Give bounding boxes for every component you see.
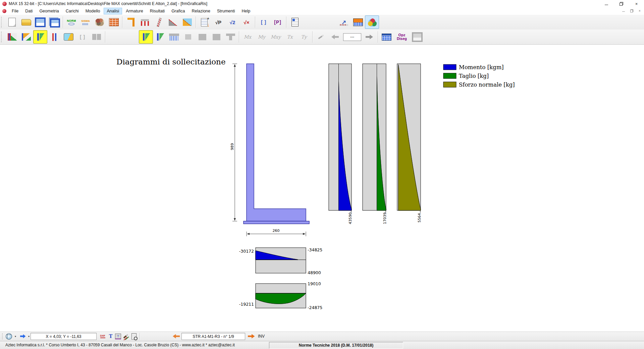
menu-item-file[interactable]: File: [9, 8, 21, 14]
restore-button[interactable]: [614, 0, 629, 7]
toolbar-spacer: [107, 35, 139, 39]
muratura-button[interactable]: [107, 15, 121, 29]
minimize-button[interactable]: [599, 0, 614, 7]
next-combination-button[interactable]: [247, 333, 256, 340]
zoom-dropdown[interactable]: ▼: [13, 333, 17, 340]
sforzo-normale-max-label: 5564: [417, 213, 422, 222]
close-button[interactable]: ×: [629, 0, 644, 7]
zoom-globe-button[interactable]: [5, 333, 13, 340]
opzioni-disegno-button[interactable]: OpzDiseg: [393, 30, 410, 44]
blue-arrow-icon: [20, 334, 26, 338]
menu-item-dati[interactable]: Dati: [22, 8, 36, 14]
vista-diagrammi-button[interactable]: [33, 30, 47, 44]
drawing-canvas[interactable]: Diagrammi di sollecitazione 989 260: [0, 45, 644, 332]
save-copy-icon: [50, 18, 60, 28]
export-dxf-button[interactable]: DXF: [98, 333, 107, 340]
relazione-calcolo-button[interactable]: [288, 15, 302, 29]
menu-item-carichi[interactable]: Carichi: [63, 8, 82, 14]
print-preview-button[interactable]: [130, 333, 138, 340]
combinazione-precedente-icon: [331, 35, 339, 39]
child-restore-button[interactable]: [629, 8, 634, 13]
menu-item-relazione[interactable]: Relazione: [189, 8, 213, 14]
vista-pressioni-button[interactable]: [19, 30, 33, 44]
menu-item-risultati[interactable]: Risultati: [147, 8, 168, 14]
diagrammi-platea-button[interactable]: [167, 30, 181, 44]
analisi-statica-icon: √P: [215, 19, 221, 25]
menu-item-modello[interactable]: Modello: [83, 8, 103, 14]
momento-y-button: My: [255, 30, 269, 44]
sisma-button[interactable]: SISMA: [78, 15, 93, 29]
window-title: MAX 15 32-bit - [C:\Users\Aztec Informat…: [9, 1, 207, 6]
tabella-risultati-button[interactable]: [379, 30, 393, 44]
previous-arrow-icon: [173, 334, 180, 339]
text-tool-button[interactable]: T: [107, 333, 114, 340]
risultati-grafici-button[interactable]: ↗: [337, 15, 351, 29]
toolbar-separator: [286, 16, 286, 28]
diagrammi-fondazione-button[interactable]: [153, 30, 167, 44]
status-toolbar: ▼ ▼ X = 4,03; Y = -11,63 DXF T T STR A1-…: [0, 332, 644, 341]
combinazione-corrente[interactable]: ---: [343, 33, 361, 41]
diagrammi-paramento-button[interactable]: [139, 30, 153, 44]
vista-armature-button[interactable]: [47, 30, 61, 44]
company-info: Aztec Informatica s.r.l. * Corso Umberto…: [5, 341, 235, 349]
vista-sezione-button[interactable]: [61, 30, 75, 44]
open-file-button[interactable]: [19, 15, 33, 29]
risultati-tabellari-button[interactable]: [351, 15, 365, 29]
child-minimize-button[interactable]: [621, 8, 626, 13]
analisi-sismica-button[interactable]: √2: [225, 15, 239, 29]
terreni-button[interactable]: [93, 15, 107, 29]
combination-selector[interactable]: STR A1-M1-R3 - n° 1/9: [181, 333, 245, 340]
diagrammi-platea-icon: [170, 34, 178, 41]
combinazioni-progetto-button[interactable]: [P]: [271, 15, 285, 29]
combinazioni-button[interactable]: [ ]: [257, 15, 271, 29]
textbox-tool-button[interactable]: T: [114, 333, 122, 340]
pali-fondazione-button[interactable]: [138, 15, 152, 29]
legend-swatch-taglio: [443, 73, 456, 79]
tiranti-button[interactable]: [152, 15, 166, 29]
carichi-esterni-icon: [201, 18, 208, 27]
annulla-analisi-button[interactable]: √×: [239, 15, 254, 29]
child-close-button[interactable]: ×: [637, 8, 642, 13]
carichi-esterni-button[interactable]: [197, 15, 211, 29]
text-tool-icon: T: [109, 333, 113, 339]
menu-item-grafica[interactable]: Grafica: [168, 8, 188, 14]
annulla-analisi-icon: √×: [244, 19, 250, 25]
diagrammi-plinto-icon: [226, 34, 235, 40]
new-file-button[interactable]: [5, 15, 19, 29]
normative-button[interactable]: NORM: [64, 15, 78, 29]
profilo-muro-button[interactable]: [124, 15, 138, 29]
app-icon: [2, 2, 7, 6]
vista-spinte-button[interactable]: [5, 30, 19, 44]
combinazione-successiva-button[interactable]: [362, 30, 376, 44]
status-toolbar-grip[interactable]: [2, 333, 4, 339]
toolbar-grip[interactable]: [1, 17, 3, 28]
base-taglio-top-right-label: 19010: [308, 281, 321, 286]
child-close-icon: ×: [639, 9, 641, 13]
toolbar-separator: [378, 31, 378, 43]
vista-combinazioni-button: [ ]: [75, 30, 90, 44]
wall-lean-concrete-strip: [244, 221, 309, 224]
save-file-button[interactable]: [33, 15, 47, 29]
legend-swatch-momento: [443, 64, 456, 70]
menu-item-armature[interactable]: Armature: [123, 8, 146, 14]
salva-disegno-button: [410, 30, 424, 44]
toolbar-separator: [255, 16, 255, 28]
save-copy-button[interactable]: [47, 15, 61, 29]
strati-terreno-button[interactable]: [180, 15, 194, 29]
pan-arrow-button[interactable]: [19, 333, 27, 340]
brush-tool-button[interactable]: [122, 333, 129, 340]
vista-pannelli-button: [90, 30, 104, 44]
normative-icon: NORM: [67, 19, 76, 25]
menu-item-strumenti[interactable]: Strumenti: [214, 8, 238, 14]
vista-grafica-risultati-button[interactable]: [365, 15, 379, 29]
analisi-statica-button[interactable]: √P: [211, 15, 225, 29]
menu-item-analisi[interactable]: Analisi: [104, 8, 122, 14]
profilo-terreno-button[interactable]: [166, 15, 180, 29]
menu-item-geometria[interactable]: Geometria: [36, 8, 62, 14]
toolbar-grip[interactable]: [1, 32, 3, 42]
restore-icon: [620, 2, 623, 6]
minimize-icon: [605, 5, 608, 5]
momento-x-button: Mx: [240, 30, 255, 44]
menu-item-help[interactable]: Help: [239, 8, 254, 14]
previous-combination-button[interactable]: [172, 333, 180, 340]
